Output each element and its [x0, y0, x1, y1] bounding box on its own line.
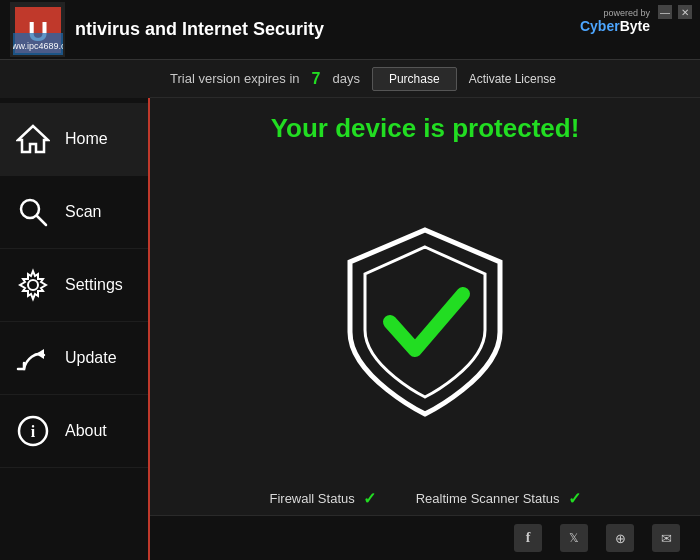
close-button[interactable]: ✕: [678, 5, 692, 19]
shield-graphic: [335, 222, 515, 422]
minimize-button[interactable]: —: [658, 5, 672, 19]
sidebar-item-scan[interactable]: Scan: [0, 176, 148, 249]
trial-bar: Trial version expires in 7 days Purchase…: [150, 60, 700, 98]
svg-line-7: [37, 216, 46, 225]
update-icon: [15, 340, 51, 376]
title-bar: U www.ipc4689.co ntivirus and Internet S…: [0, 0, 700, 60]
main-content: Your device is protected! Firewall Statu…: [150, 98, 700, 560]
firewall-check: ✓: [363, 489, 376, 508]
update-label: Update: [65, 349, 117, 367]
sidebar-item-about[interactable]: i About: [0, 395, 148, 468]
shield-container: [335, 159, 515, 484]
svg-point-8: [28, 280, 38, 290]
email-icon[interactable]: ✉: [652, 524, 680, 552]
about-icon: i: [15, 413, 51, 449]
svg-marker-5: [18, 126, 48, 152]
sidebar-item-home[interactable]: Home: [0, 103, 148, 176]
settings-label: Settings: [65, 276, 123, 294]
svg-marker-9: [36, 349, 44, 359]
svg-text:i: i: [31, 423, 36, 440]
trial-days: 7: [312, 70, 321, 88]
twitter-icon[interactable]: 𝕏: [560, 524, 588, 552]
realtime-check: ✓: [568, 489, 581, 508]
realtime-status: Realtime Scanner Status ✓: [416, 489, 581, 508]
firewall-status: Firewall Status ✓: [269, 489, 375, 508]
status-row-1: Firewall Status ✓ Realtime Scanner Statu…: [269, 489, 580, 508]
firewall-label: Firewall Status: [269, 491, 354, 506]
svg-text:www.ipc4689.co: www.ipc4689.co: [13, 41, 63, 51]
main-layout: Home Scan Settings: [0, 98, 700, 560]
realtime-label: Realtime Scanner Status: [416, 491, 560, 506]
trial-text-after: days: [332, 71, 359, 86]
trial-text-before: Trial version expires in: [170, 71, 300, 86]
brand-logo: powered by CyberByte: [580, 8, 650, 34]
facebook-icon[interactable]: f: [514, 524, 542, 552]
sidebar: Home Scan Settings: [0, 98, 150, 560]
globe-icon[interactable]: ⊕: [606, 524, 634, 552]
about-label: About: [65, 422, 107, 440]
scan-label: Scan: [65, 203, 101, 221]
footer: f 𝕏 ⊕ ✉: [150, 515, 700, 560]
window-controls: — ✕: [658, 5, 692, 19]
sidebar-item-settings[interactable]: Settings: [0, 249, 148, 322]
scan-icon: [15, 194, 51, 230]
home-icon: [15, 121, 51, 157]
powered-by-text: powered by: [580, 8, 650, 18]
brand-name: CyberByte: [580, 18, 650, 34]
app-logo: U www.ipc4689.co: [10, 2, 65, 57]
settings-icon: [15, 267, 51, 303]
activate-button[interactable]: Activate License: [469, 72, 556, 86]
status-message: Your device is protected!: [271, 113, 580, 144]
sidebar-item-update[interactable]: Update: [0, 322, 148, 395]
home-label: Home: [65, 130, 108, 148]
purchase-button[interactable]: Purchase: [372, 67, 457, 91]
